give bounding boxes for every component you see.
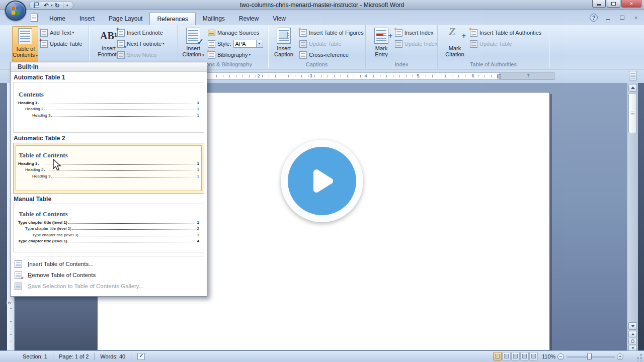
undo-icon[interactable]: ↶: [44, 3, 49, 9]
tab-view[interactable]: View: [266, 12, 293, 25]
status-section[interactable]: Section: 1: [17, 353, 53, 359]
mark-citation-button[interactable]: Z + Mark Citation: [442, 26, 468, 60]
window-minimize-button[interactable]: [592, 0, 606, 8]
cross-reference-button[interactable]: ↔ Cross-reference: [299, 50, 349, 59]
zoom-slider-thumb[interactable]: [587, 353, 592, 360]
office-button[interactable]: [5, 1, 26, 21]
next-page-button[interactable]: [628, 345, 637, 350]
qat-separator: [63, 3, 63, 9]
tab-references[interactable]: References: [149, 12, 195, 25]
status-page[interactable]: Page: 1 of 2: [53, 353, 94, 359]
scroll-up-button[interactable]: [628, 84, 637, 92]
group-captions: Insert Caption ✦ Insert Table of Figures…: [268, 25, 366, 68]
full-screen-reading-view-button[interactable]: [502, 352, 511, 360]
tab-mailings[interactable]: Mailings: [196, 12, 232, 25]
outline-view-button[interactable]: [520, 352, 529, 360]
manage-sources-icon: [208, 29, 215, 37]
bibliography-button[interactable]: ✦ Bibliography ▾: [208, 50, 251, 59]
table-of-contents-button[interactable]: Table of Contents▾: [12, 26, 38, 67]
tab-review[interactable]: Review: [232, 12, 266, 25]
insert-table-of-authorities-button[interactable]: ✦ Insert Table of Authorities: [470, 28, 541, 37]
status-separator: [131, 353, 131, 360]
status-word-count[interactable]: Words: 40: [95, 353, 131, 359]
tab-page-layout[interactable]: Page Layout: [102, 12, 149, 25]
insert-index-button[interactable]: ✦ Insert Index: [395, 28, 433, 37]
gallery-item-automatic-table-2[interactable]: Table of Contents Heading 11 Heading 21 …: [13, 143, 204, 194]
zoom-level[interactable]: 110%: [542, 353, 555, 359]
window-restore-button[interactable]: [607, 0, 620, 8]
ruler-number: 2: [256, 73, 261, 78]
update-index-button[interactable]: Update Index: [395, 39, 437, 48]
toc-preview-line: Type chapter title (level 3)3: [18, 233, 199, 237]
gallery-item-name: Automatic Table 2: [14, 135, 207, 142]
update-table-button[interactable]: ✦ Update Table: [40, 39, 83, 48]
undo-dropdown-caret-icon[interactable]: ▾: [51, 4, 53, 7]
update-table-authorities-button[interactable]: Update Table: [470, 39, 512, 48]
tab-insert[interactable]: Insert: [72, 12, 102, 25]
mark-citation-plus-icon: +: [462, 33, 466, 39]
next-footnote-button[interactable]: ▾ Next Footnote ▾: [117, 39, 165, 48]
update-table-captions-button[interactable]: Update Table: [299, 39, 342, 48]
dropdown-caret-icon: ▾: [36, 54, 38, 57]
document-minimize-button[interactable]: [604, 14, 612, 21]
manage-sources-button[interactable]: Manage Sources: [208, 28, 259, 37]
document-restore-button[interactable]: [618, 14, 626, 21]
style-combo-value[interactable]: APA: [233, 40, 257, 48]
help-icon: ?: [592, 15, 596, 21]
dropdown-caret-icon: ▾: [249, 53, 251, 57]
menu-separator: [26, 256, 204, 256]
ruler-toggle-button[interactable]: [629, 71, 637, 80]
scrollbar-thumb[interactable]: [628, 93, 637, 133]
save-icon[interactable]: [34, 3, 39, 8]
insert-table-of-figures-button[interactable]: ✦ Insert Table of Figures: [299, 28, 364, 37]
select-browse-object-button[interactable]: [628, 338, 637, 344]
citation-check-icon: ✓: [197, 39, 204, 45]
print-layout-view-button[interactable]: [493, 352, 502, 360]
document-close-button[interactable]: ×: [632, 14, 640, 21]
insert-endnote-icon: ✦: [117, 29, 125, 37]
quick-access-toolbar: ↶ ▾ ↻ ▾: [29, 1, 73, 10]
gallery-item-automatic-table-1[interactable]: Contents Heading 11 Heading 21 Heading 3…: [13, 82, 204, 133]
table-of-contents-dropdown: Built-In Automatic Table 1 Contents Head…: [10, 62, 207, 297]
resize-grip[interactable]: [636, 354, 642, 360]
right-indent-marker[interactable]: [497, 74, 501, 78]
arrow-down-icon: [631, 325, 635, 327]
video-play-button[interactable]: [281, 140, 363, 222]
zoom-in-button[interactable]: +: [617, 353, 623, 360]
window-close-button[interactable]: ×: [621, 0, 641, 8]
insert-caption-button[interactable]: Insert Caption: [271, 26, 297, 60]
web-layout-view-button[interactable]: [511, 352, 520, 360]
add-text-icon: +: [40, 29, 48, 37]
gallery-item-name: Manual Table: [14, 196, 207, 203]
vertical-scrollbar[interactable]: [627, 83, 638, 350]
draft-view-button[interactable]: [529, 352, 538, 360]
redo-icon[interactable]: ↻: [55, 3, 60, 9]
proofing-status-icon[interactable]: ✓: [137, 353, 145, 360]
toc-preview-line: Heading 11: [18, 101, 199, 105]
play-circle: [288, 147, 356, 215]
tab-home[interactable]: Home: [42, 12, 72, 25]
show-notes-button[interactable]: Show Notes: [117, 50, 156, 59]
previous-page-button[interactable]: [628, 331, 637, 337]
menu-item-save-selection-to-gallery[interactable]: Save Selection to Table of Contents Gall…: [11, 281, 207, 292]
mark-entry-button[interactable]: + Mark Entry: [368, 26, 394, 60]
customize-qat-caret-icon[interactable]: ▾: [66, 4, 68, 7]
menu-item-insert-table-of-contents[interactable]: Insert Table of Contents...: [11, 258, 207, 269]
toc-preview-heading: Table of Contents: [19, 151, 204, 159]
help-button[interactable]: ?: [590, 14, 598, 22]
menu-item-remove-table-of-contents[interactable]: × Remove Table of Contents: [11, 269, 207, 281]
restore-icon: [620, 16, 624, 20]
title-bar: two-columns-chris-menard-master-instruct…: [0, 0, 644, 10]
scroll-down-button[interactable]: [628, 322, 637, 330]
insert-citation-button[interactable]: ✓ Insert Citation▾: [180, 26, 206, 60]
style-combo-caret-icon[interactable]: ▾: [257, 40, 263, 48]
gallery-item-manual-table[interactable]: Table of Contents Type chapter title (le…: [13, 204, 204, 252]
insert-endnote-button[interactable]: ✦ Insert Endnote: [117, 28, 163, 37]
dropdown-caret-icon: ▾: [72, 31, 74, 35]
footnote-ab1-icon: AB¹: [100, 33, 117, 39]
close-icon: ×: [634, 15, 637, 21]
zoom-out-button[interactable]: −: [557, 353, 564, 360]
insert-index-icon: ✦: [395, 29, 403, 37]
document-icon: [31, 14, 38, 22]
add-text-button[interactable]: + Add Text ▾: [40, 28, 74, 37]
